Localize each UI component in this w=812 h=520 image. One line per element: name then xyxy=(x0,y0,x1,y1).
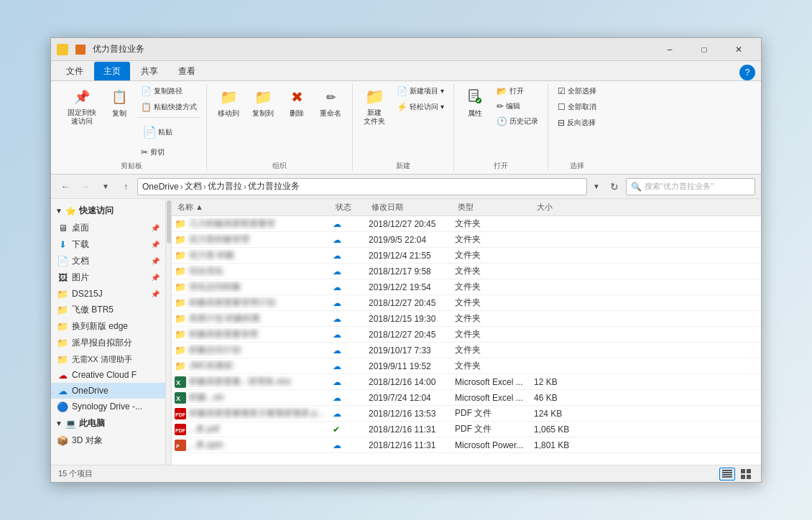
paste-button[interactable]: 📄 粘贴 xyxy=(137,121,200,144)
tab-home[interactable]: 主页 xyxy=(94,62,130,80)
address-bar[interactable]: OneDrive › 文档 › 优力普拉 › 优力普拉业务 xyxy=(137,178,587,195)
table-row[interactable]: PDF 积极高密度量预算方案预算预算.pdf预算 ☁ 2018/12/16 13… xyxy=(172,406,761,422)
forward-button[interactable]: → xyxy=(77,178,94,195)
sidebar-item-onedrive[interactable]: ☁ OneDrive xyxy=(51,383,165,399)
synology-label: Synology Drive -... xyxy=(72,401,142,412)
col-type-header[interactable]: 类型 xyxy=(455,202,534,213)
table-row[interactable]: 📁 综合优化 ☁ 2018/12/17 9:58 文件夹 xyxy=(172,264,761,279)
svg-rect-19 xyxy=(747,475,751,479)
ds215j-icon: 📁 xyxy=(57,288,68,300)
sidebar-item-edge[interactable]: 📁 换到新版 edge xyxy=(51,318,165,335)
new-item-button[interactable]: 📄 新建项目 ▾ xyxy=(393,84,448,98)
col-size-header[interactable]: 大小 xyxy=(534,202,591,213)
sidebar-item-synology[interactable]: 🔵 Synology Drive -... xyxy=(51,399,165,414)
documents-pin-icon: 📌 xyxy=(151,257,160,265)
table-row[interactable]: 📁 JMC积累积 ☁ 2019/9/11 19:52 文件夹 xyxy=(172,358,761,374)
sidebar-item-desktop[interactable]: 🖥 桌面 📌 xyxy=(51,220,165,236)
table-row[interactable]: 📁 优力普 积极 ☁ 2019/12/4 21:55 文件夹 xyxy=(172,248,761,264)
sidebar-item-report[interactable]: 📁 派早报自拟部分 xyxy=(51,335,165,351)
copy-to-button[interactable]: 📁 复制到 xyxy=(247,84,279,121)
edit-button[interactable]: ✏ 编辑 xyxy=(493,99,542,113)
item-count: 15 个项目 xyxy=(58,468,93,479)
col-date-header[interactable]: 修改日期 xyxy=(369,202,455,213)
history-button[interactable]: 🕐 历史记录 xyxy=(493,114,542,129)
sidebar-item-feijiao[interactable]: 📁 飞傲 BTR5 xyxy=(51,302,165,318)
table-row[interactable]: PDF ...务.pdf ✔ 2018/12/16 11:31 PDF 文件 1… xyxy=(172,422,761,437)
sidebar-item-wumao[interactable]: 📁 无需XX 清理助手 xyxy=(51,351,165,367)
title-bar: 优力普拉业务 – □ ✕ xyxy=(51,38,761,61)
up-button[interactable]: ↑ xyxy=(117,178,134,195)
open-button[interactable]: 📂 打开 xyxy=(493,84,542,98)
sidebar-item-documents[interactable]: 📄 文档 📌 xyxy=(51,253,165,269)
sidebar-scroll-thumb[interactable] xyxy=(167,200,171,243)
table-row[interactable]: 📁 积极高密度量管理计划 ☁ 2018/12/27 20:45 文件夹 xyxy=(172,295,761,311)
sidebar-scrollbar[interactable] xyxy=(166,199,172,465)
copy-icon: 📋 xyxy=(109,87,129,107)
desktop-icon: 🖥 xyxy=(57,223,68,234)
table-row[interactable]: X 积极高密度量...管理表.xlsx ☁ 2018/12/16 14:00 M… xyxy=(172,374,761,390)
detail-view-button[interactable] xyxy=(719,468,735,480)
desktop-pin-icon: 📌 xyxy=(151,224,160,232)
pictures-icon: 🖼 xyxy=(57,272,68,284)
table-row[interactable]: 📁 几力积极高密密度量管 ☁ 2018/12/27 20:45 文件夹 xyxy=(172,216,761,232)
sidebar-item-3d[interactable]: 📦 3D 对象 xyxy=(51,432,165,449)
pin-icon: 📌 xyxy=(72,87,92,107)
breadcrumb-part-4[interactable]: 优力普拉业务 xyxy=(248,180,300,192)
cut-icon: ✂ xyxy=(141,147,148,157)
sidebar-thispc-header[interactable]: ▼ 💻 此电脑 xyxy=(51,414,165,432)
new-folder-button[interactable]: 📁 新建文件夹 xyxy=(359,84,390,129)
sidebar-item-pictures[interactable]: 🖼 图片 📌 xyxy=(51,269,165,286)
properties-button[interactable]: 属性 xyxy=(460,84,490,121)
quick-access-icon: ⭐ xyxy=(65,206,76,216)
onedrive-label: OneDrive xyxy=(72,386,109,396)
thispc-collapse-icon: ▼ xyxy=(55,419,63,427)
sidebar-item-ds215j[interactable]: 📁 DS215J 📌 xyxy=(51,286,165,302)
select-none-button[interactable]: ☐ 全部取消 xyxy=(554,100,600,114)
close-button[interactable]: ✕ xyxy=(722,40,755,60)
col-name-header[interactable]: 名称 ▲ xyxy=(175,202,333,213)
refresh-button[interactable]: ↻ xyxy=(606,178,623,195)
breadcrumb-part-3[interactable]: 优力普拉 xyxy=(208,180,242,192)
back-button[interactable]: ← xyxy=(57,178,74,195)
table-row[interactable]: 📁 优力普积极管理 ☁ 2019/9/5 22:04 文件夹 xyxy=(172,232,761,248)
help-button[interactable]: ? xyxy=(739,65,755,80)
rename-button[interactable]: ✏ 重命名 xyxy=(315,84,346,121)
table-row[interactable]: 📁 积极总结计划 ☁ 2019/10/17 7:33 文件夹 xyxy=(172,343,761,358)
address-dropdown-button[interactable]: ▼ xyxy=(590,178,603,195)
invert-icon: ⊟ xyxy=(558,118,565,128)
copy-path-button[interactable]: 📄 复制路径 xyxy=(137,84,200,98)
search-box[interactable]: 🔍 搜索"优力普拉业务" xyxy=(626,178,755,195)
sidebar-item-creative-cloud[interactable]: ☁ Creative Cloud F xyxy=(51,367,165,383)
table-row[interactable]: P ...务.pptx ☁ 2018/12/16 11:31 Microsoft… xyxy=(172,437,761,453)
tab-view[interactable]: 查看 xyxy=(169,62,205,80)
breadcrumb-part-2[interactable]: 文档 xyxy=(185,180,202,192)
large-icon-view-button[interactable] xyxy=(738,468,754,480)
breadcrumb-part-1[interactable]: OneDrive xyxy=(142,182,179,192)
copy-button[interactable]: 📋 复制 xyxy=(104,84,134,121)
tab-share[interactable]: 共享 xyxy=(132,62,167,80)
select-all-button[interactable]: ☑ 全部选择 xyxy=(554,84,600,98)
recent-button[interactable]: ▼ xyxy=(97,178,114,195)
file-list-area: 名称 ▲ 状态 修改日期 类型 大小 📁 几力积极高密密度量管 ☁ 2018/1… xyxy=(172,199,761,465)
sidebar-item-downloads[interactable]: ⬇ 下载 📌 xyxy=(51,236,165,253)
easy-access-button[interactable]: ⚡ 轻松访问 ▾ xyxy=(393,100,448,114)
maximize-button[interactable]: □ xyxy=(688,40,721,60)
pin-button[interactable]: 📌 固定到快速访问 xyxy=(63,84,101,129)
svg-rect-16 xyxy=(741,469,745,473)
invert-button[interactable]: ⊟ 反向选择 xyxy=(554,116,600,130)
col-status-header[interactable]: 状态 xyxy=(333,202,369,213)
table-row[interactable]: 📁 优化总结积极 ☁ 2019/12/2 19:54 文件夹 xyxy=(172,279,761,295)
delete-button[interactable]: ✖ 删除 xyxy=(282,84,312,121)
cut-button[interactable]: ✂ 剪切 xyxy=(137,145,200,159)
table-row[interactable]: 📁 高密计划 积极积累 ☁ 2018/12/15 19:30 文件夹 xyxy=(172,311,761,327)
sidebar-quick-access-header[interactable]: ▼ ⭐ 快速访问 xyxy=(51,202,165,220)
table-row[interactable]: X 积极...xlx ☁ 2019/7/24 12:04 Microsoft E… xyxy=(172,390,761,406)
file-list: 📁 几力积极高密密度量管 ☁ 2018/12/27 20:45 文件夹 📁 优力… xyxy=(172,216,761,465)
move-to-button[interactable]: 📁 移动到 xyxy=(213,84,244,121)
folder-icon: 📁 xyxy=(175,266,186,277)
tab-file[interactable]: 文件 xyxy=(57,62,93,80)
history-icon: 🕐 xyxy=(497,116,507,126)
paste-shortcut-button[interactable]: 📋 粘贴快捷方式 xyxy=(137,100,200,114)
table-row[interactable]: 📁 积极高密度量管理 ☁ 2018/12/27 20:45 文件夹 xyxy=(172,327,761,343)
minimize-button[interactable]: – xyxy=(653,40,686,60)
